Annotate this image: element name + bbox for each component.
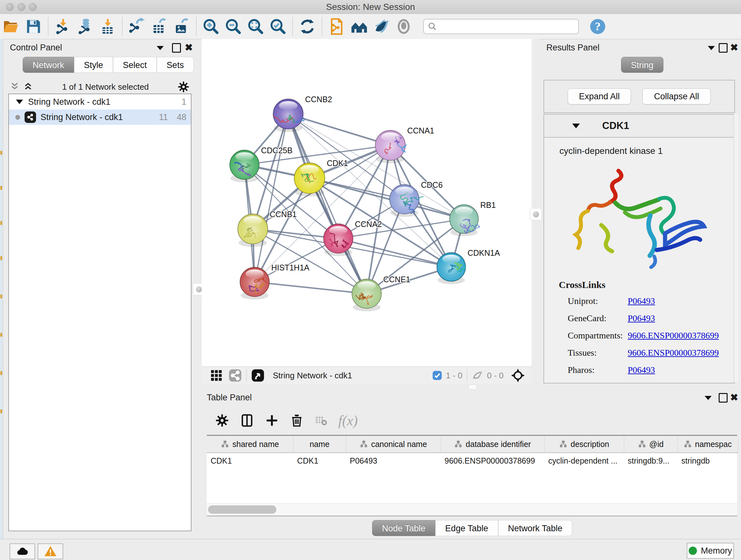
close-window-button[interactable] [6,3,14,11]
minimize-window-button[interactable] [17,3,25,11]
node-CCNE1[interactable]: CCNE1 [352,275,410,311]
refresh-button[interactable] [296,17,319,37]
selected-checkbox-icon[interactable] [432,370,443,381]
crosslink-link[interactable]: P06493 [628,296,655,306]
columns-icon[interactable] [240,414,254,428]
column-header-description[interactable]: description [544,436,624,453]
open-session-button[interactable] [0,17,22,37]
title-bar: Session: New Session [0,0,741,14]
edge-tick [0,221,2,225]
node-CDC25B[interactable]: CDC25B [230,146,293,182]
hide-selected-button[interactable] [370,17,393,37]
houses-button[interactable] [348,17,370,37]
column-header-databaseidentifier[interactable]: database identifier [441,436,544,453]
network-selection-row: 1 of 1 Network selected [9,80,190,94]
network-canvas[interactable]: CCNB2CCNA1CDC25BCDK1CDC6RB1CCNB1CCNA2CDK… [202,39,532,367]
column-header-canonicalname[interactable]: canonical name [346,436,441,453]
panel-menu-icon[interactable] [708,46,715,50]
network-node-count: 11 [159,112,168,122]
table-hscrollbar[interactable] [207,503,737,516]
cloud-button[interactable] [10,543,35,559]
network-row-selected[interactable]: String Network - cdk1 11 48 [9,110,191,125]
export-table-button[interactable] [148,17,171,37]
scrollbar-thumb[interactable] [208,505,276,514]
tab-sets[interactable]: Sets [157,57,194,73]
export-network-button[interactable] [126,17,148,37]
memory-button[interactable]: Memory [687,543,734,559]
close-panel-icon[interactable]: ✖ [730,42,738,53]
help-button[interactable]: ? [587,17,609,37]
save-session-button[interactable] [22,17,45,37]
tab-node-table[interactable]: Node Table [372,520,435,536]
node-CDK1[interactable]: CDK1 [294,159,348,197]
splitter-grip[interactable] [468,384,477,390]
crosslink-link[interactable]: P06493 [628,313,655,323]
panel-menu-icon[interactable] [704,396,712,400]
collection-expander-icon[interactable] [16,100,23,104]
node-CDKN1A[interactable]: CDKN1A [437,248,500,284]
search-input[interactable] [437,21,578,32]
grid-view-icon[interactable] [210,369,223,382]
network-collection-row[interactable]: String Network - cdk1 1 [9,94,191,110]
column-header-namespac[interactable]: namespac [677,436,738,453]
show-all-button[interactable] [393,17,415,37]
float-panel-icon[interactable] [172,43,181,53]
column-header-sharedname[interactable]: shared name [207,436,293,453]
results-scrollbar[interactable] [734,114,738,382]
import-network-button[interactable] [52,17,74,37]
tab-network-table[interactable]: Network Table [498,520,572,536]
zoom-selected-button[interactable] [267,17,289,37]
tab-select[interactable]: Select [113,57,157,73]
node-CCNB2[interactable]: CCNB2 [273,95,332,132]
edge-tick [0,151,2,155]
node-RB1[interactable]: RB1 [450,200,496,236]
tab-network[interactable]: Network [23,57,74,73]
tab-edge-table[interactable]: Edge Table [435,520,498,536]
close-panel-icon[interactable]: ✖ [185,42,193,53]
svg-text:?: ? [595,20,601,33]
tab-string[interactable]: String [621,57,664,73]
import-table-button[interactable] [96,17,119,37]
column-header-name[interactable]: name [293,436,346,453]
network-type-gray-icon[interactable] [228,369,242,382]
zoom-fit-button[interactable] [245,17,267,37]
birdseye-icon[interactable] [511,368,525,383]
edge-CCNB2-CCNA1[interactable] [288,114,390,145]
panel-menu-icon[interactable] [157,46,164,50]
gear-icon[interactable] [178,81,190,93]
warning-button[interactable] [38,543,63,559]
gene-section-header[interactable]: CDK1 [544,115,734,138]
toolbar-search-field[interactable] [423,19,579,34]
close-panel-icon[interactable]: ✖ [730,392,738,403]
collapse-all-button[interactable]: Collapse All [643,88,711,105]
export-image-button[interactable] [171,17,193,37]
node-CCNA1[interactable]: CCNA1 [375,126,434,163]
zoom-out-button[interactable] [222,17,245,37]
zoom-window-button[interactable] [29,3,37,11]
column-header-id[interactable]: @id [624,436,677,453]
network-view-toolbar: String Network - cdk1 1 - 0 0 - 0 [202,367,532,384]
table-gear-icon[interactable] [215,414,229,428]
detach-view-icon[interactable] [251,369,265,382]
vertical-splitter-left[interactable] [195,39,202,384]
add-column-icon[interactable] [265,414,279,428]
edge-CCNB2-HIST1H1A[interactable] [255,114,288,282]
crosslink-link[interactable]: P06493 [628,365,655,375]
delete-column-icon[interactable] [290,414,304,428]
crosslink-link[interactable]: 9606.ENSP00000378699 [628,348,719,358]
collapse-all-icon[interactable] [9,81,20,92]
section-expander-icon[interactable] [572,124,580,128]
zoom-in-button[interactable] [200,17,222,37]
expand-all-button[interactable]: Expand All [568,88,631,105]
network-from-file-button[interactable] [326,17,348,37]
vertical-splitter-right[interactable] [532,39,539,390]
float-panel-icon[interactable] [719,43,728,53]
import-database-button[interactable] [74,17,96,37]
edge-tick [0,256,2,260]
table-row[interactable]: CDK1CDK1P064939606.ENSP00000378699cyclin… [207,453,738,469]
tab-style[interactable]: Style [74,57,113,73]
crosslink-link[interactable]: 9606.ENSP00000378699 [628,330,719,341]
float-panel-icon[interactable] [719,393,728,402]
expand-all-icon[interactable] [23,81,33,92]
node-HIST1H1A[interactable]: HIST1H1A [240,263,310,300]
